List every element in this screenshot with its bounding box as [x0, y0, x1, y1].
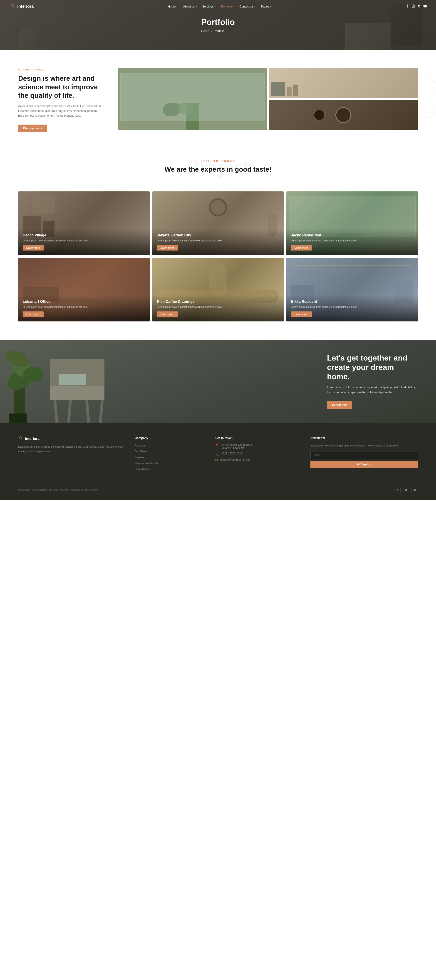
intro-tag: OUR PORTFOLIO	[18, 68, 105, 71]
project-desc-jacko: Lorem ipsum dolor sit amet consectetur a…	[291, 239, 413, 243]
featured-tag: FEATURED PROJECT	[18, 159, 418, 162]
portfolio-intro-images	[118, 68, 418, 132]
footer-copyright: Copyright © 2022 interiora. All rights r…	[18, 488, 98, 491]
project-name-dacco: Dacco Village	[23, 233, 145, 237]
nav-social-instagram[interactable]	[411, 4, 415, 9]
nav-item-contact[interactable]: Contact us▾	[239, 5, 255, 8]
breadcrumb-separator: ›	[211, 29, 212, 33]
portfolio-intro-left: OUR PORTFOLIO Design is where art and sc…	[18, 68, 105, 132]
footer-email[interactable]: ✉ support@yourdomain.ltd	[215, 458, 301, 462]
newsletter-email-input[interactable]	[311, 451, 418, 459]
footer-newsletter-col: Newsletter Signup our newsletter to get …	[311, 436, 418, 473]
nav-socials	[406, 4, 427, 9]
nav-logo[interactable]: interiora	[9, 3, 33, 10]
footer-link-legal[interactable]: Legal Notice	[135, 467, 206, 471]
footer-phone-text: +6221.2002.2012	[221, 452, 242, 455]
footer-brand-col: interiora Lorem ipsum dolor sit amet, co…	[18, 436, 125, 473]
project-overlay-jakarta: Jakarta Garden City Lorem ipsum dolor si…	[152, 229, 284, 255]
project-desc-rich: Lorem ipsum dolor sit amet consectetur a…	[157, 305, 279, 309]
project-name-jacko: Jacko Restaurant	[291, 233, 413, 237]
footer-social-youtube[interactable]	[411, 487, 418, 493]
project-card-jacko[interactable]: Jacko Restaurant Lorem ipsum dolor sit a…	[286, 191, 418, 255]
footer-logo-icon	[18, 436, 23, 441]
cta-chair	[45, 350, 114, 423]
intro-heading: Design is where art and science meet to …	[18, 74, 105, 100]
svg-rect-0	[11, 4, 14, 7]
svg-rect-1	[412, 5, 415, 8]
nav-caret-services: ▾	[215, 5, 216, 8]
footer-social-twitter[interactable]	[403, 487, 409, 493]
phone-icon: 📞	[215, 452, 219, 456]
email-icon: ✉	[215, 458, 218, 462]
discover-more-button[interactable]: Discover more	[18, 124, 47, 132]
breadcrumb-current: Portfolio	[214, 29, 225, 33]
cta-description: Lorem ipsum dolor sit amet, consectetur …	[327, 385, 418, 395]
intro-image-plant	[118, 68, 267, 130]
footer-company-col: Company About us Our Team Careers Newsro…	[135, 436, 206, 473]
project-desc-bikka: Lorem ipsum dolor sit amet consectetur a…	[291, 305, 413, 309]
footer-phone[interactable]: 📞 +6221.2002.2012	[215, 452, 301, 456]
nav-item-pages[interactable]: Pages▾	[261, 5, 271, 8]
nav-social-facebook[interactable]	[406, 4, 409, 9]
featured-section: Project FEATURED PROJECT We are the expe…	[0, 146, 436, 191]
project-card-jakarta[interactable]: Jakarta Garden City Lorem ipsum dolor si…	[152, 191, 284, 255]
cta-banner: Let's get together and create your dream…	[0, 340, 436, 423]
footer-brand-name: interiora	[25, 437, 40, 441]
intro-image-food	[269, 100, 418, 130]
footer-social-facebook[interactable]	[394, 487, 401, 493]
project-btn-bikka[interactable]: Learn more	[291, 312, 312, 317]
project-card-dacco[interactable]: Dacco Village Lorem ipsum dolor sit amet…	[18, 191, 150, 255]
footer-link-about[interactable]: About us	[135, 443, 206, 447]
nav-caret-about: ▾	[196, 5, 197, 8]
footer-link-careers[interactable]: Careers	[135, 455, 206, 459]
project-btn-jakarta[interactable]: Learn more	[157, 245, 178, 250]
svg-rect-4	[19, 436, 22, 439]
cta-plant	[0, 340, 45, 423]
footer-brand-desc: Lorem ipsum dolor sit amet, consectetur …	[18, 444, 125, 454]
project-card-lokamart[interactable]: Lokamart Office Lorem ipsum dolor sit am…	[18, 258, 150, 321]
nav-item-services[interactable]: Services▾	[202, 5, 216, 8]
svg-point-2	[412, 5, 414, 7]
project-desc-jakarta: Lorem ipsum dolor sit amet consectetur a…	[157, 239, 279, 243]
footer-link-team[interactable]: Our Team	[135, 449, 206, 453]
project-grid: Dacco Village Lorem ipsum dolor sit amet…	[0, 191, 436, 340]
location-icon: 📍	[215, 444, 219, 447]
nav-item-home[interactable]: Home▾	[168, 5, 178, 8]
footer-touch-col: Get in touch 📍 Jln Cempaka Wangi No 22 J…	[215, 436, 301, 473]
footer-newsletter-desc: Signup our newsletter to get update info…	[311, 443, 418, 448]
project-btn-rich[interactable]: Learn more	[157, 312, 178, 317]
project-overlay-rich: Rich Caffee & Lounge Lorem ipsum dolor s…	[152, 295, 284, 322]
project-overlay-lokamart: Lokamart Office Lorem ipsum dolor sit am…	[18, 295, 150, 322]
nav-caret-home: ▾	[176, 5, 178, 8]
featured-heading: We are the experts in good taste!	[18, 165, 418, 173]
project-name-bikka: Bikka Resident	[291, 300, 413, 304]
signup-label: Sign Up	[361, 463, 371, 466]
nav-caret-pages: ▾	[270, 5, 271, 8]
project-name-jakarta: Jakarta Garden City	[157, 233, 279, 237]
footer-newsletter-heading: Newsletter	[311, 436, 418, 440]
cta-content: Let's get together and create your dream…	[327, 353, 418, 409]
footer-bottom: Copyright © 2022 interiora. All rights r…	[18, 482, 418, 493]
navbar: interiora Home▾ About us▾ Services▾ Port…	[0, 0, 436, 13]
project-btn-dacco[interactable]: Learn more	[23, 245, 44, 250]
breadcrumb-home[interactable]: Home	[201, 29, 209, 33]
nav-item-portfolio[interactable]: Portfolio▾	[221, 5, 234, 8]
newsletter-signup-button[interactable]: ✉ Sign Up	[311, 461, 418, 468]
footer-link-newsroom[interactable]: Newsroom & Article	[135, 461, 206, 465]
svg-point-3	[414, 5, 414, 5]
nav-links: Home▾ About us▾ Services▾ Portfolio▾ Con…	[168, 5, 271, 8]
project-card-rich[interactable]: Rich Caffee & Lounge Lorem ipsum dolor s…	[152, 258, 284, 321]
intro-description: Aptent finiibus sed inceptos phasellus s…	[18, 104, 105, 118]
portfolio-intro-section: OUR PORTFOLIO Design is where art and sc…	[0, 50, 436, 146]
project-btn-lokamart[interactable]: Learn more	[23, 312, 44, 317]
nav-social-settings[interactable]	[417, 4, 421, 9]
project-name-rich: Rich Caffee & Lounge	[157, 300, 279, 304]
project-card-bikka[interactable]: Bikka Resident Lorem ipsum dolor sit ame…	[286, 258, 418, 321]
nav-caret-portfolio: ▾	[233, 5, 234, 8]
project-btn-jacko[interactable]: Learn more	[291, 245, 312, 250]
cta-get-started-button[interactable]: Get Started	[327, 401, 352, 409]
brand-name: interiora	[17, 4, 33, 9]
nav-item-about[interactable]: About us▾	[183, 5, 197, 8]
cta-heading: Let's get together and create your dream…	[327, 353, 418, 381]
nav-social-youtube[interactable]	[423, 4, 427, 9]
